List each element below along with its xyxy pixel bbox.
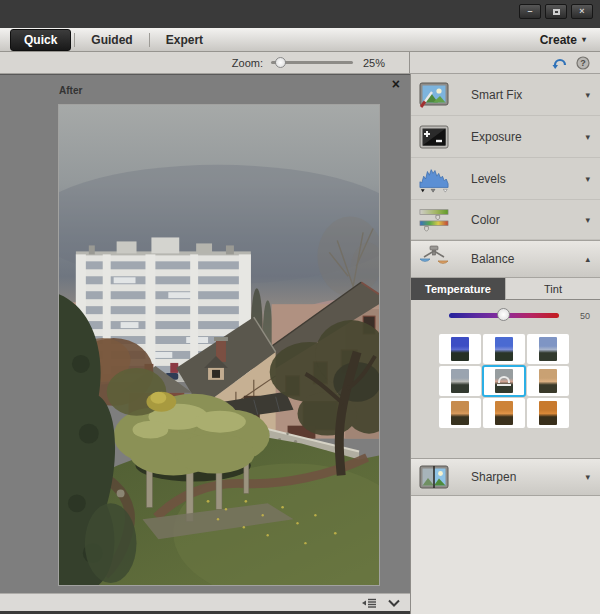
caret-down-icon[interactable]: ▾ <box>585 90 590 100</box>
tab-separator <box>74 33 75 47</box>
canvas-bottombar <box>0 593 410 611</box>
panel-item-sharpen[interactable]: Sharpen ▾ <box>411 458 600 496</box>
variant-thumbnail <box>539 369 557 393</box>
after-photo <box>58 104 380 586</box>
balance-variant-1[interactable] <box>439 334 481 364</box>
caret-down-icon[interactable]: ▾ <box>585 132 590 142</box>
variant-thumbnail <box>495 401 513 425</box>
balance-variant-4[interactable] <box>439 366 481 396</box>
temperature-value: 50 <box>580 311 590 321</box>
temperature-slider[interactable] <box>449 313 559 318</box>
balance-tabs: Temperature Tint <box>411 278 600 300</box>
options-menu-icon[interactable] <box>362 598 376 608</box>
close-image-icon[interactable]: × <box>392 77 400 91</box>
tab-tint[interactable]: Tint <box>505 278 600 300</box>
balance-variant-3[interactable] <box>527 334 569 364</box>
minimize-button[interactable]: – <box>519 4 541 19</box>
panel-spacer <box>411 428 600 458</box>
exposure-icon <box>419 122 449 152</box>
tab-separator <box>149 33 150 47</box>
panel-item-levels[interactable]: Levels ▾ <box>411 158 600 200</box>
variant-thumbnail <box>539 337 557 361</box>
reset-variant-icon <box>483 366 525 396</box>
panel-item-label: Levels <box>471 172 506 186</box>
panel-item-label: Exposure <box>471 130 522 144</box>
panel-item-label: Color <box>471 213 500 227</box>
panel-item-exposure[interactable]: Exposure ▾ <box>411 116 600 158</box>
tab-guided[interactable]: Guided <box>78 30 145 50</box>
zoom-label: Zoom: <box>232 57 263 69</box>
tab-temperature[interactable]: Temperature <box>411 278 505 300</box>
chevron-down-icon[interactable] <box>388 599 400 607</box>
close-button[interactable]: × <box>571 4 593 19</box>
tab-quick[interactable]: Quick <box>10 29 71 51</box>
zoom-slider[interactable] <box>271 61 353 64</box>
levels-icon <box>419 164 449 194</box>
panel-empty-area <box>411 496 600 614</box>
balance-variant-6[interactable] <box>527 366 569 396</box>
mode-tabbar: Quick Guided Expert Create ▾ <box>0 28 600 52</box>
panel-item-balance[interactable]: Balance ▴ <box>411 240 600 278</box>
balance-variant-9[interactable] <box>527 398 569 428</box>
smart-fix-icon <box>419 80 449 110</box>
create-button[interactable]: Create ▾ <box>540 33 586 47</box>
zoom-toolbar: Zoom: 25% <box>0 52 410 74</box>
image-canvas: After × <box>0 74 410 593</box>
maximize-icon <box>553 9 560 15</box>
variant-thumbnail <box>451 337 469 361</box>
caret-down-icon[interactable]: ▾ <box>585 472 590 482</box>
caret-down-icon[interactable]: ▾ <box>585 215 590 225</box>
maximize-button[interactable] <box>545 4 567 19</box>
adjustments-panel: Smart Fix ▾ Exposure ▾ <box>410 74 600 614</box>
balance-variant-grid <box>439 334 573 428</box>
balance-variant-2[interactable] <box>483 334 525 364</box>
reset-panel-icon[interactable] <box>552 56 568 70</box>
balance-icon <box>419 244 449 274</box>
create-label: Create <box>540 33 577 47</box>
variant-thumbnail <box>451 369 469 393</box>
caret-down-icon[interactable]: ▾ <box>585 174 590 184</box>
zoom-value: 25% <box>363 57 393 69</box>
temperature-slider-thumb[interactable] <box>497 308 510 321</box>
caret-up-icon[interactable]: ▴ <box>585 254 590 264</box>
balance-variant-7[interactable] <box>439 398 481 428</box>
variant-thumbnail <box>451 401 469 425</box>
panel-item-color[interactable]: Color ▾ <box>411 200 600 240</box>
window-titlebar: – × <box>0 0 600 28</box>
view-label: After <box>59 85 82 96</box>
panel-item-smart-fix[interactable]: Smart Fix ▾ <box>411 74 600 116</box>
zoom-slider-thumb[interactable] <box>275 57 286 68</box>
caret-down-icon: ▾ <box>582 35 586 44</box>
panel-item-label: Sharpen <box>471 470 516 484</box>
svg-text:?: ? <box>580 58 586 68</box>
tab-expert[interactable]: Expert <box>153 30 216 50</box>
temperature-slider-row: 50 <box>411 300 600 330</box>
help-icon[interactable]: ? <box>576 56 590 70</box>
sharpen-icon <box>419 462 449 492</box>
panel-item-label: Smart Fix <box>471 88 522 102</box>
panel-item-label: Balance <box>471 252 514 266</box>
color-icon <box>419 205 449 235</box>
variant-thumbnail <box>539 401 557 425</box>
variant-thumbnail <box>495 337 513 361</box>
balance-variant-5[interactable] <box>483 366 525 396</box>
balance-variant-8[interactable] <box>483 398 525 428</box>
panel-topbar: ? <box>410 52 600 74</box>
